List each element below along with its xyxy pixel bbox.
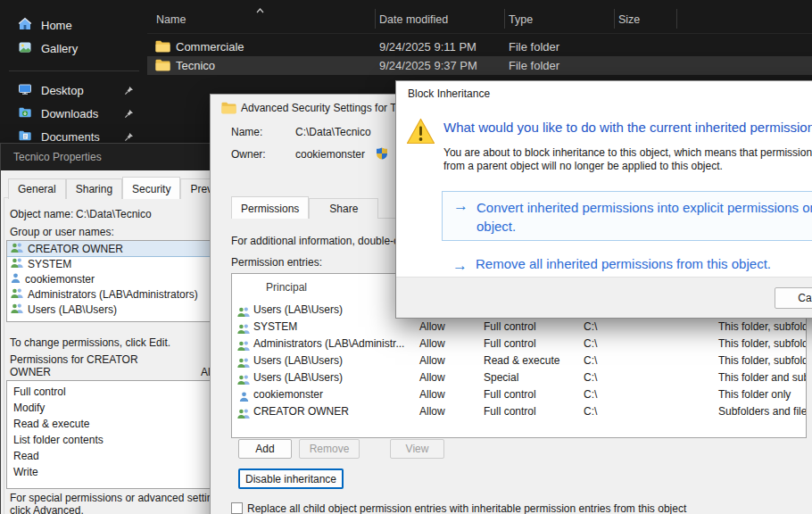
sidebar-item-downloads[interactable]: Downloads (7, 103, 141, 124)
disable-inheritance-label: Disable inheritance (245, 473, 336, 485)
permission-entry-row[interactable]: Administrators (LAB\Administr... Allow F… (232, 335, 806, 352)
pin-icon (124, 132, 134, 142)
entry-principal: Administrators (LAB\Administr... (253, 337, 404, 350)
permission-entry-row[interactable]: Users (LAB\Users) Allow Read & execute C… (232, 352, 806, 369)
remove-permissions-command-link[interactable]: → Remove all inherited permissions from … (442, 252, 812, 278)
group-icon (11, 258, 23, 270)
entry-principal: Users (LAB\Users) (253, 371, 343, 384)
entry-access: Special (484, 371, 518, 384)
entry-inherited-from: C:\ (584, 354, 597, 367)
column-header-size[interactable]: Size (618, 13, 640, 26)
tab-sharing[interactable]: Sharing (66, 178, 122, 199)
permission-label: Read (13, 450, 39, 462)
block-titlebar[interactable]: Block Inheritance (396, 81, 812, 106)
column-divider[interactable] (614, 9, 615, 29)
entry-principal: Users (LAB\Users) (253, 303, 343, 316)
file-type: File folder (509, 40, 559, 54)
tab-share[interactable]: Share (309, 198, 378, 219)
permission-entry-row[interactable]: cookiemonster Allow Full control C:\ Thi… (232, 386, 806, 402)
disable-inheritance-button[interactable]: Disable inheritance (238, 468, 344, 489)
file-date-modified: 9/24/2025 9:37 PM (379, 59, 477, 72)
tab-security[interactable]: Security (122, 177, 180, 199)
view-button[interactable]: View (390, 439, 444, 459)
sidebar-item-home[interactable]: Home (7, 14, 141, 36)
tab-general[interactable]: General (8, 178, 66, 199)
convert-permissions-label: Convert inherited permissions into expli… (476, 198, 812, 236)
group-icon (11, 303, 23, 316)
permission-entry-row[interactable]: Users (LAB\Users) Allow Special C:\ This… (232, 369, 806, 386)
owner-value: cookiemonster (295, 148, 365, 161)
sidebar-item-label: Desktop (41, 84, 84, 97)
entry-access: Read & execute (484, 354, 559, 367)
entry-applies-to: Subfolders and files o... (718, 405, 807, 418)
sidebar-item-desktop[interactable]: Desktop (7, 79, 141, 101)
group-item-label: cookiemonster (25, 273, 95, 286)
group-item-label: CREATOR OWNER (28, 243, 123, 255)
uac-shield-icon[interactable] (377, 147, 387, 163)
pin-icon (124, 86, 134, 95)
desktop-icon (18, 82, 32, 99)
permission-entry-row[interactable]: SYSTEM Allow Full control C:\ This folde… (232, 318, 806, 335)
sidebar-item-gallery[interactable]: Gallery (7, 37, 141, 59)
sidebar-item-label: Gallery (41, 42, 78, 55)
entry-applies-to: This folder, subfolde... (718, 337, 807, 350)
entry-type: Allow (419, 337, 445, 350)
column-header-date-modified[interactable]: Date modified (379, 13, 448, 26)
entry-inherited-from: C:\ (584, 371, 597, 384)
permission-label: Read & execute (13, 418, 89, 430)
column-divider[interactable] (676, 9, 677, 29)
add-button-label: Add (255, 443, 274, 455)
group-list-label: Group or user names: (10, 226, 114, 238)
sidebar-item-label: Documents (41, 130, 100, 144)
pin-icon (124, 109, 134, 119)
tab-permissions[interactable]: Permissions (231, 196, 309, 219)
entry-access: Full control (484, 405, 536, 418)
entry-type: Allow (419, 320, 445, 333)
remove-button[interactable]: Remove (299, 439, 360, 459)
entry-type: Allow (419, 354, 445, 367)
file-row-tecnico[interactable]: Tecnico 9/24/2025 9:37 PM File folder (147, 56, 812, 75)
file-date-modified: 9/24/2025 9:11 PM (379, 40, 476, 54)
block-inheritance-dialog: Block Inheritance What would you like to… (395, 80, 812, 319)
advanced-tab-strip: PermissionsShare (231, 198, 378, 219)
entry-applies-to: This folder and subfo... (718, 371, 807, 384)
convert-permissions-command-link[interactable]: → Convert inherited permissions into exp… (442, 191, 812, 241)
remove-button-label: Remove (310, 443, 350, 455)
permission-label: Write (13, 466, 38, 478)
home-icon (18, 17, 32, 34)
principal-column-header[interactable]: Principal (266, 281, 307, 294)
file-name: Tecnico (176, 59, 215, 72)
permission-label: List folder contents (13, 434, 104, 446)
file-name: Commerciale (176, 40, 244, 54)
block-title: Block Inheritance (408, 87, 490, 100)
add-button[interactable]: Add (238, 439, 292, 459)
entry-type: Allow (419, 405, 445, 418)
command-arrow-icon: → (452, 257, 468, 275)
replace-child-permissions-checkbox[interactable] (231, 502, 243, 514)
entry-access: Full control (484, 388, 536, 401)
cancel-button[interactable]: Cancel (775, 287, 812, 309)
column-divider[interactable] (375, 9, 376, 29)
advanced-hint: For special permissions or advanced sett… (10, 492, 237, 514)
column-header-type[interactable]: Type (509, 13, 533, 26)
entry-applies-to: This folder only (718, 388, 791, 401)
group-icon (11, 243, 23, 255)
group-item-label: Users (LAB\Users) (28, 303, 117, 316)
entry-inherited-from: C:\ (584, 320, 597, 333)
file-row-commerciale[interactable]: Commerciale 9/24/2025 9:11 PM File folde… (147, 37, 812, 56)
edit-hint: To change permissions, click Edit. (10, 336, 170, 349)
object-name-label: Object name: (10, 208, 73, 220)
group-icon (11, 288, 23, 301)
downloads-icon (18, 105, 32, 122)
sidebar-item-label: Home (41, 19, 72, 32)
permission-label: Modify (13, 402, 45, 414)
replace-child-permissions-label: Replace all child object permission entr… (247, 502, 800, 514)
object-name-value: C:\Data\Tecnico (76, 208, 152, 220)
column-header-name[interactable]: Name (156, 13, 186, 26)
owner-label: Owner: (231, 148, 266, 161)
column-divider[interactable] (504, 9, 505, 29)
entry-applies-to: This folder, subfolde... (718, 354, 807, 367)
entry-access: Full control (484, 337, 536, 350)
permission-entry-row[interactable]: CREATOR OWNER Allow Full control C:\ Sub… (232, 402, 806, 419)
sort-ascending-icon[interactable] (256, 3, 264, 8)
